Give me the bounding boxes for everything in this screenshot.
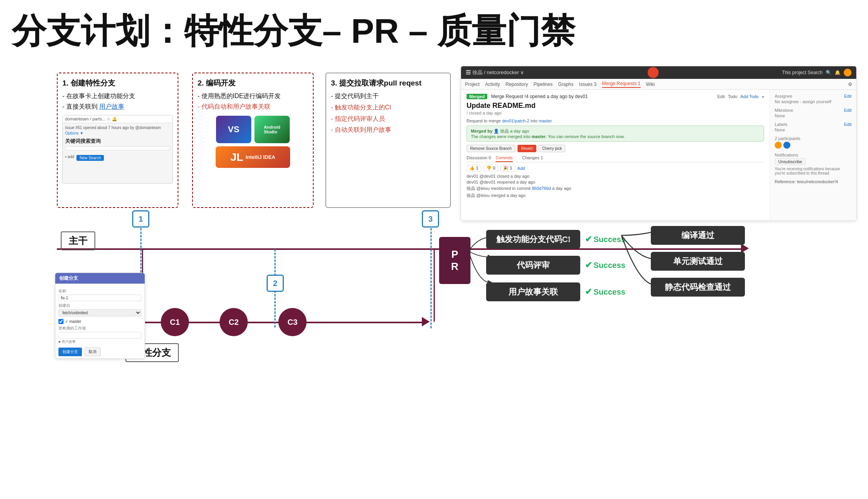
assignee-edit-btn[interactable]: Edit [844,94,852,98]
feature-arrow [422,317,430,326]
box3-title: 3. 提交拉取请求pull reqest [331,78,445,88]
merge-line [434,250,435,322]
box2-icons: VS AndroidStudio JL IntelliJ IDEA [198,116,308,168]
box1-container: 1. 创建特性分支 - 在故事卡上创建功能分支 - 直接关联到 用户故事 dom… [57,73,178,208]
mr-title-text: Merge Request !4 opened a day ago by dev… [491,94,588,99]
cbp-checkbox-row: ✓ master [58,319,142,324]
milestone-edit-btn[interactable]: Edit [844,108,852,113]
mr-tabs: Discussion 0 Commits Changes 1 [467,155,764,162]
gate-row-3: 用户故事关联 ✔ Success [486,282,628,301]
add-emoji-btn[interactable]: Add [518,166,525,171]
mr-action-buttons: Remove Source Branch Revert Cherry pick [467,145,764,152]
sidebar-notifications-row: Notifications Unsubscribe You're receivi… [775,153,852,175]
comment-4: 徐晶 @leixu merged a day ago [467,193,764,199]
cherry-pick-btn[interactable]: Cherry pick [539,145,566,152]
edit-btn[interactable]: Edit [717,94,725,99]
cbp-cancel-btn[interactable]: 取消 [84,348,101,356]
box1-search-label: 关键词搜索查询 [65,138,170,145]
gitlab-nav: Project Activity Repository Pipelines Gr… [461,79,856,90]
gate-row-2: 代码评审 ✔ Success [486,256,628,275]
emoji-thumbsdown[interactable]: 👎 0 [483,165,498,171]
sidebar-labels-row: Labels Edit None [775,122,852,132]
nav-wiki[interactable]: Wiki [646,82,655,87]
add-todo-btn[interactable]: Add Todo [741,94,759,99]
vs-icon: VS [216,116,251,143]
sidebar-milestone-row: Milestone Edit None [775,108,852,118]
sidebar-participants-row: 2 participants [775,136,852,149]
commit-c3: C3 [278,308,307,336]
box3-container: 3. 提交拉取请求pull reqest - 提交代码到主干 - 触发功能分支上… [325,73,451,208]
emoji-thumbsup[interactable]: 👍 1 [467,165,481,171]
sidebar-assignee-row: Assignee Edit No assignee - assign yours… [775,94,852,104]
page-title: 分支计划：特性分支– PR – 质量门禁 [12,8,575,55]
cbp-header: 创建分支 [55,273,145,284]
gitlab-sidebar: Assignee Edit No assignee - assign yours… [770,90,856,220]
comment-3: 徐晶 @leixu mentioned in commit 860d766d a… [467,186,764,191]
emoji-party[interactable]: 🎉 1 [500,165,515,171]
gate-row-1: 触发功能分支代码CI ✔ Success [486,230,628,249]
gate-success-2: ✔ Success [585,260,628,270]
gitlab-body: Merged Merge Request !4 opened a day ago… [461,90,856,220]
mr-meta: ! closed a day ago [467,111,764,115]
gate-box-3: 用户故事关联 [486,282,580,301]
android-studio-icon: AndroidStudio [254,116,290,143]
box1-title: 1. 创建特性分支 [62,78,173,88]
num-badge-3: 3 [422,210,439,228]
nav-issues[interactable]: Issues 3 [579,82,597,87]
box1-search-input[interactable] [65,146,170,150]
nav-pipelines[interactable]: Pipelines [534,82,553,87]
nav-project[interactable]: Project [465,82,479,87]
num-badge-1: 1 [132,210,149,228]
nav-graphs[interactable]: Graphs [558,82,573,87]
labels-edit-btn[interactable]: Edit [844,122,852,127]
gitlab-panel: ☰ 徐晶 / netcoredocker ∨ This project Sear… [461,66,857,221]
cbp-workitem-label: 受检测的工作项 [58,326,142,331]
box1-inner-topbar: domainteam / parts... ☆ 🔔 [63,115,173,123]
revert-btn[interactable]: Revert [518,145,536,152]
cbp-source-select[interactable]: fetch/unlimited [58,309,142,317]
nav-activity[interactable]: Activity [485,82,500,87]
tab-commits[interactable]: Commits [496,155,512,162]
comment-1: dev01 @dev01 closed a day ago [467,174,764,178]
nav-repository[interactable]: Repository [505,82,528,87]
gate-success-3: ✔ Success [585,287,628,297]
cbp-name-label: 名称 [58,288,142,294]
tab-discussion[interactable]: Discussion 0 [467,155,491,162]
cbp-buttons: 创建分支 取消 [58,348,142,356]
tab-changes[interactable]: Changes 1 [522,155,543,162]
cbp-name-input[interactable] [58,295,142,301]
num-badge-2: 2 [267,275,284,292]
commit-c1: C1 [161,308,189,336]
cbp-workitem-input[interactable] [58,332,142,339]
result-box-2: 单元测试通过 [651,252,745,271]
gitlab-topbar-left: ☰ 徐晶 / netcoredocker ∨ [466,69,524,76]
success-icon-3: ✔ [585,287,592,297]
box2-list: - 使用熟悉的IDE进行编码开发 - 代码自动和用户故事关联 [198,91,308,112]
box3-list: - 提交代码到主干 - 触发功能分支上的CI - 指定代码评审人员 - 自动关联… [331,91,445,136]
cbp-body: 名称 创建自 fetch/unlimited ✓ master 受检测的工作项 … [55,284,145,359]
mr-title: Update README.md [467,102,764,110]
cbp-master-checkbox[interactable] [58,319,64,324]
box1-inner-panel: domainteam / parts... ☆ 🔔 Issue #51 open… [62,115,173,184]
box1-list: - 在故事卡上创建功能分支 - 直接关联到 用户故事 [62,91,173,112]
todo-label: Todo [728,94,737,99]
box2-container: 2. 编码开发 - 使用熟悉的IDE进行编码开发 - 代码自动和用户故事关联 V… [192,73,314,208]
gitlab-topbar-right: This project Search 🔍 🔔 [782,69,852,76]
create-branch-panel: 创建分支 名称 创建自 fetch/unlimited ✓ master 受检测… [55,273,145,359]
sidebar-reference-row: Reference: leixu/netcoredocker!4 [775,179,852,184]
cbp-create-btn[interactable]: 创建分支 [58,348,82,356]
gitlab-topbar: ☰ 徐晶 / netcoredocker ∨ This project Sear… [461,66,856,79]
participant-avatar-1 [775,142,782,149]
remove-source-btn[interactable]: Remove Source Branch [467,145,515,152]
unsubscribe-btn[interactable]: Unsubscribe [775,158,806,165]
box1-inner-content: Issue #51 opened about 7 hours ago by @d… [63,123,173,163]
box1-new-search-btn[interactable]: New Search [76,155,104,161]
gate-success-1: ✔ Success [585,234,628,244]
nav-merge-requests[interactable]: Merge Requests 1 [602,81,641,88]
commit-c2: C2 [220,308,248,336]
vdash-line-3 [430,211,432,328]
mr-merge-into: Request to merge dev01/patch-2 into mast… [467,118,764,123]
mr-emojis: 👍 1 👎 0 🎉 1 Add [467,165,764,171]
comment-2: dev01 @dev01 reopened a day ago [467,180,764,184]
success-icon-2: ✔ [585,260,592,270]
